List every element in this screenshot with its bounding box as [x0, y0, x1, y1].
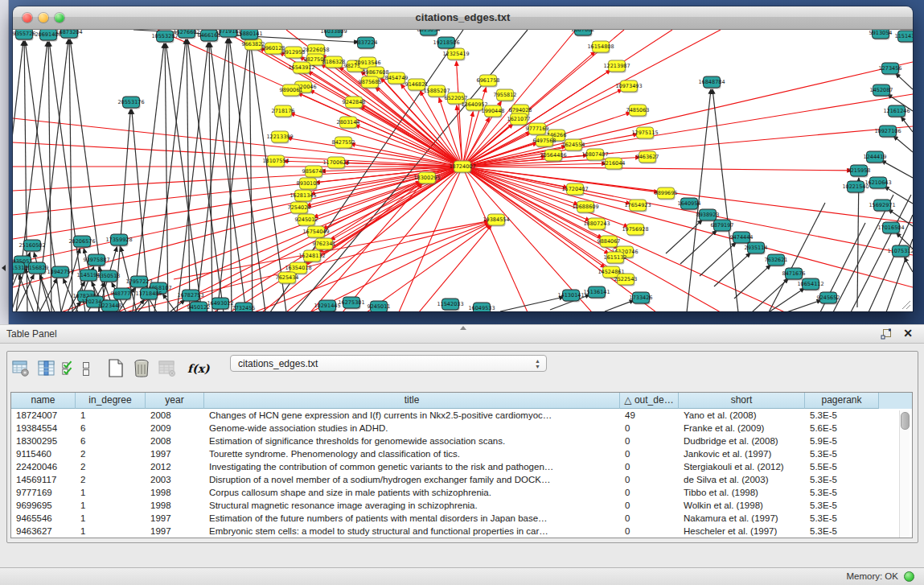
network-node-9856743[interactable]: 9856743: [302, 166, 326, 179]
network-node-10688609[interactable]: 10688609: [572, 201, 598, 214]
citation-edge-black[interactable]: [734, 265, 770, 299]
network-node-17654923[interactable]: 17654923: [624, 200, 651, 212]
network-node-8912955[interactable]: 8912955: [282, 47, 306, 60]
network-node-9884067[interactable]: 9884067: [598, 236, 621, 249]
network-node-8223448[interactable]: 8223448: [99, 300, 122, 311]
network-node-9875685[interactable]: 9875685: [359, 76, 382, 89]
citation-edge-black[interactable]: [752, 278, 788, 311]
network-node-16543912[interactable]: 16543912: [288, 62, 314, 75]
network-node-7955812[interactable]: 7955812: [494, 89, 517, 102]
table-source-select[interactable]: citations_edges.txt ▲▼: [230, 355, 547, 372]
network-node-2087682[interactable]: 2087682: [572, 30, 595, 37]
network-node-9355726[interactable]: 9355726: [13, 30, 35, 41]
network-node-8813054[interactable]: 8813054: [417, 30, 441, 37]
network-node-1273456[interactable]: 1273456: [879, 63, 902, 76]
citation-edge-black[interactable]: [901, 117, 913, 132]
network-node-1350513[interactable]: 1350513: [97, 270, 121, 283]
network-node-2718176[interactable]: 2718176: [272, 105, 295, 118]
network-node-1156829[interactable]: 1156829: [26, 262, 49, 275]
network-node-1244419[interactable]: 1244419: [864, 151, 887, 164]
network-node-9242848[interactable]: 9242848: [343, 97, 366, 109]
left-split-divider[interactable]: [0, 0, 9, 324]
row-options-icon[interactable]: [80, 358, 92, 379]
network-node-11700624[interactable]: 11700624: [322, 157, 349, 170]
combo-stepper-icon[interactable]: ▲▼: [535, 358, 540, 369]
network-node-13718485[interactable]: 13718485: [135, 288, 162, 301]
network-node-11075312[interactable]: 11075312: [887, 245, 913, 258]
network-canvas[interactable]: 1872400718300295966382289601288912955282…: [13, 30, 913, 311]
network-node-19756928[interactable]: 19756928: [622, 224, 648, 237]
network-node-9899695[interactable]: 9899695: [655, 187, 678, 200]
network-node-1452087[interactable]: 1452087: [870, 84, 893, 97]
citation-edge-black[interactable]: [833, 195, 893, 311]
network-node-9245011[interactable]: 9245011: [368, 301, 391, 311]
network-node-11542033[interactable]: 11542033: [437, 299, 463, 311]
network-node-16754049[interactable]: 16754049: [302, 226, 329, 239]
citation-edge-black[interactable]: [166, 43, 202, 311]
citation-edge-red[interactable]: [462, 30, 576, 167]
select-rows-icon[interactable]: [62, 358, 75, 379]
table-row[interactable]: 946362711997Embryonic stem cells: a mode…: [11, 525, 912, 538]
network-node-12975115[interactable]: 12975115: [631, 127, 658, 140]
network-node-7632621[interactable]: 7632621: [765, 254, 788, 267]
column-header-title[interactable]: title: [204, 393, 620, 409]
network-node-8471676[interactable]: 8471676: [782, 268, 806, 281]
citation-edge-black[interactable]: [177, 43, 208, 311]
network-node-1624554[interactable]: 1624554: [562, 139, 585, 152]
network-node-9890061[interactable]: 9890061: [280, 84, 303, 97]
citation-edge-red[interactable]: [13, 167, 462, 287]
network-node-6497568[interactable]: 6497568: [533, 135, 556, 148]
network-node-15136141[interactable]: 15136141: [583, 286, 610, 299]
citation-edge-black[interactable]: [228, 39, 232, 311]
table-row[interactable]: 977716911998Corpus callosum shape and si…: [11, 486, 912, 499]
network-node-17359928[interactable]: 17359928: [105, 234, 132, 247]
network-node-10927106[interactable]: 10927106: [874, 126, 901, 138]
column-header-name[interactable]: name: [11, 393, 76, 409]
column-header-pagerank[interactable]: pagerank: [805, 393, 879, 409]
network-node-12161246[interactable]: 12161246: [883, 105, 910, 118]
table-row[interactable]: 2242004622012Investigating the contribut…: [11, 460, 912, 473]
network-node-7732455[interactable]: 7732455: [232, 303, 256, 311]
table-row[interactable]: 911546021997Tourette syndrome. Phenomeno…: [11, 447, 912, 460]
function-builder-icon[interactable]: f(x): [187, 362, 210, 375]
citation-edge-black[interactable]: [229, 39, 265, 311]
citation-edge-red[interactable]: [13, 167, 462, 239]
citation-edge-black[interactable]: [857, 178, 859, 307]
network-node-2522543[interactable]: 2522543: [614, 274, 638, 286]
network-node-2935114[interactable]: 2935114: [745, 242, 768, 255]
network-node-6879197[interactable]: 6879197: [711, 220, 734, 233]
network-node-9245652[interactable]: 9245652: [817, 292, 840, 305]
network-node-12325419[interactable]: 12325419: [442, 48, 469, 61]
float-panel-icon[interactable]: [881, 328, 892, 340]
citation-edge-black[interactable]: [165, 43, 168, 311]
network-node-16275301[interactable]: 16275301: [338, 297, 364, 310]
citation-edge-black[interactable]: [217, 41, 248, 311]
table-row[interactable]: 1456911722003Disruption of a novel membe…: [11, 473, 912, 486]
table-row[interactable]: 1938455462009Genome-wide association stu…: [11, 422, 912, 435]
network-view-window[interactable]: citations_edges.txt 18724007183002959663…: [13, 6, 913, 311]
citation-edge-black[interactable]: [500, 297, 564, 311]
citation-edge-red[interactable]: [298, 93, 462, 167]
network-node-7485063[interactable]: 7485063: [626, 105, 650, 117]
window-titlebar[interactable]: citations_edges.txt: [13, 6, 913, 30]
network-node-93975887[interactable]: 93975887: [83, 254, 109, 267]
network-node-12213987[interactable]: 12213987: [603, 60, 630, 73]
window-resize-grip[interactable]: [900, 299, 911, 310]
citation-edge-black[interactable]: [605, 300, 634, 311]
network-node-16154808[interactable]: 16154808: [587, 41, 614, 54]
column-header-in_degree[interactable]: in_degree: [76, 393, 146, 409]
network-canvas-svg[interactable]: 1872400718300295966382289601288912955282…: [13, 30, 913, 311]
citation-edge-black[interactable]: [187, 39, 190, 311]
table-settings-icon[interactable]: [10, 358, 31, 379]
network-node-6961758[interactable]: 6961758: [477, 75, 500, 88]
network-node-16493012[interactable]: 16493012: [207, 298, 233, 311]
network-node-7625434[interactable]: 7625434: [276, 272, 299, 285]
network-node-10291445[interactable]: 10291445: [314, 300, 340, 311]
citation-edge-black[interactable]: [893, 136, 913, 152]
citation-edge-red[interactable]: [310, 90, 462, 167]
network-node-16281345[interactable]: 16281345: [290, 190, 316, 203]
table-row[interactable]: 1872400712008Changes of HCN gene express…: [11, 409, 912, 422]
network-node-9245012[interactable]: 9245012: [295, 214, 318, 227]
network-node-18807243[interactable]: 18807243: [583, 218, 610, 231]
network-node-9777169[interactable]: 9777169: [526, 123, 549, 136]
